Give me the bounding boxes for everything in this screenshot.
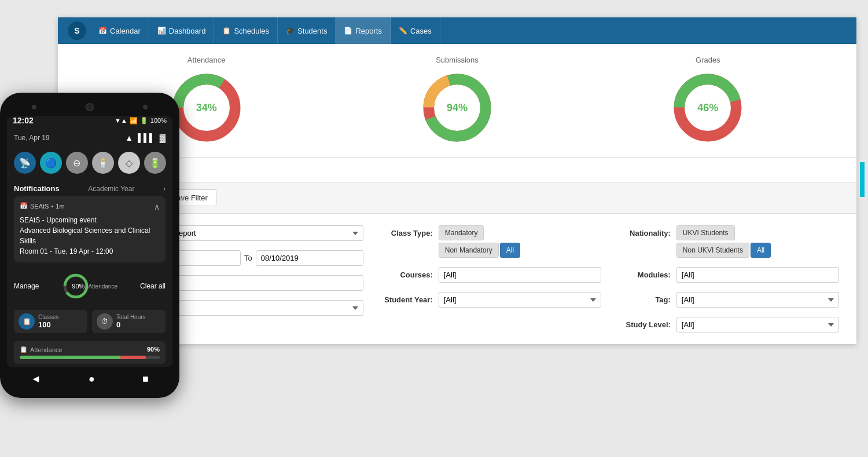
home-button[interactable]: ●: [89, 373, 95, 385]
nationality-label: Nationality:: [619, 225, 671, 237]
phone-stats: 📋 Classes 100 ⏱ Total Hours 0: [7, 305, 172, 338]
recent-button[interactable]: ■: [142, 373, 149, 385]
back-button[interactable]: ◄: [31, 373, 41, 385]
mandatory-button[interactable]: Mandatory: [439, 225, 484, 240]
classes-icon: 📋: [19, 313, 35, 330]
non-ukvi-button[interactable]: Non UKVI Students: [676, 243, 749, 258]
notif-arrow: ›: [163, 185, 165, 193]
nav-item-students[interactable]: 🎓 Students: [278, 17, 336, 44]
nav-items: 📅 Calendar 📊 Dashboard 📋 Schedules 🎓 Stu…: [90, 17, 440, 44]
notification-card: 📅 SEAtS • 1m ∧ SEAtS - Upcoming event Ad…: [14, 196, 165, 262]
quick-icon-power[interactable]: 🔋: [144, 152, 166, 174]
notif-header: Notifications Academic Year ›: [14, 184, 165, 193]
phone-quick-icons: 📡 🔵 ⊖ 🕯️ ◇ 🔋: [7, 146, 172, 180]
notif-collapse[interactable]: ∧: [154, 202, 160, 211]
manage-button[interactable]: Manage: [14, 282, 39, 290]
class-type-all-button[interactable]: All: [500, 243, 520, 258]
modules-input[interactable]: [676, 267, 839, 283]
ukvi-button[interactable]: UKVI Students: [676, 225, 735, 240]
nav-logo: S: [64, 17, 90, 44]
phone-camera-area: [7, 103, 172, 111]
notifications-title: Notifications: [14, 184, 60, 193]
submissions-donut: 94%: [420, 70, 495, 145]
courses-input[interactable]: [439, 267, 601, 283]
nav-item-dashboard[interactable]: 📊 Dashboard: [149, 17, 215, 44]
non-mandatory-button[interactable]: Non Mandatory: [439, 243, 499, 258]
calendar-icon: 📅: [98, 27, 107, 35]
student-year-select[interactable]: [All]: [439, 292, 601, 308]
courses-label: Courses:: [381, 267, 433, 279]
modules-field: Modules:: [619, 267, 839, 283]
camera-main: [86, 103, 94, 111]
class-type-buttons: Mandatory: [439, 225, 520, 240]
signal-symbol: ▌▌▌: [138, 133, 155, 142]
study-level-select[interactable]: [All]: [676, 317, 839, 332]
form-col-3: Nationality: UKVI Students Non UKVI Stud…: [619, 225, 839, 332]
phone-manage-bar: Manage 90% Attendance Clear all: [7, 267, 172, 305]
phone-outer: 12:02 ▼▲ 📶 🔋 100% Tue, Apr 19 ▲ ▌▌▌ ▓: [0, 93, 179, 398]
students-icon: 🎓: [286, 27, 295, 35]
classes-info: Classes 100: [38, 314, 59, 329]
grades-donut: 46%: [670, 70, 745, 145]
class-type-row2: Non Mandatory All: [439, 243, 520, 258]
battery-pct: 100%: [150, 117, 167, 124]
phone-date: Tue, Apr 19: [14, 134, 50, 142]
calendar-notif-icon: 📅: [20, 202, 28, 210]
nationality-all-button[interactable]: All: [751, 243, 771, 258]
quick-icon-brightness[interactable]: 🕯️: [92, 152, 114, 174]
date-to-input[interactable]: [256, 250, 363, 266]
quick-icon-tool[interactable]: ◇: [118, 152, 140, 174]
attendance-pct: 34%: [196, 102, 217, 114]
notif-card-header: 📅 SEAtS • 1m ∧: [20, 202, 160, 211]
notif-body: SEAtS - Upcoming event Advanced Biologic…: [20, 215, 160, 257]
study-level-label: Study Level:: [619, 317, 671, 329]
classes-stat: 📋 Classes 100: [14, 310, 87, 333]
nav-item-dashboard-label: Dashboard: [169, 27, 206, 35]
classes-value: 100: [38, 320, 59, 329]
phone-date-bar: Tue, Apr 19 ▲ ▌▌▌ ▓: [7, 130, 172, 146]
attendance-label-inline: Attendance: [88, 283, 117, 290]
hours-stat: ⏱ Total Hours 0: [92, 310, 165, 333]
student-year-label: Student Year:: [381, 292, 433, 304]
logo-circle: S: [68, 21, 86, 40]
attendance-pct-inline: 90%: [72, 283, 84, 290]
phone-notifications: Notifications Academic Year › 📅 SEAtS • …: [7, 180, 172, 267]
phone-top-bar: 12:02 ▼▲ 📶 🔋 100%: [7, 116, 172, 130]
quick-icon-mute[interactable]: ⊖: [66, 152, 88, 174]
attendance-donut: 34%: [169, 70, 244, 145]
quick-icon-bt[interactable]: 🔵: [40, 152, 62, 174]
signal-icon: 📶: [130, 117, 138, 125]
hours-value: 0: [116, 320, 146, 329]
cyan-accent: [860, 162, 865, 197]
notif-dot: •: [51, 203, 53, 210]
study-level-field: Study Level: [All]: [619, 317, 839, 332]
attendance-inline: 90% Attendance: [61, 272, 117, 301]
stats-row: 📋 Classes 100 ⏱ Total Hours 0: [14, 310, 165, 333]
nav-item-reports-label: Reports: [355, 27, 382, 35]
chart-submissions: Submissions 94%: [420, 56, 495, 145]
phone-screen: 12:02 ▼▲ 📶 🔋 100% Tue, Apr 19 ▲ ▌▌▌ ▓: [7, 116, 172, 367]
phone-time: 12:02: [13, 116, 34, 125]
nationality-group: UKVI Students Non UKVI Students All: [676, 225, 771, 258]
phone-nav-bottom: ◄ ● ■: [7, 367, 172, 387]
nav-item-calendar[interactable]: 📅 Calendar: [90, 17, 149, 44]
notif-source: 📅 SEAtS • 1m: [20, 202, 65, 210]
nav-item-cases[interactable]: ✏️ Cases: [391, 17, 440, 44]
reports-icon: 📄: [344, 27, 352, 35]
cases-icon: ✏️: [399, 27, 407, 35]
nav-item-cases-label: Cases: [410, 27, 432, 35]
schedules-icon: 📋: [222, 27, 231, 35]
tag-select[interactable]: [All]: [676, 292, 839, 308]
chart-attendance: Attendance 34%: [169, 56, 244, 145]
nav-item-schedules-label: Schedules: [234, 27, 269, 35]
nav-item-schedules[interactable]: 📋 Schedules: [214, 17, 278, 44]
quick-icon-wifi[interactable]: 📡: [14, 152, 36, 174]
class-type-field: Class Type: Mandatory Non Mandatory All: [381, 225, 601, 258]
student-year-field: Student Year: [All]: [381, 292, 601, 308]
classes-label: Classes: [38, 314, 59, 320]
hours-icon: ⏱: [97, 313, 113, 330]
date-to-label: To: [244, 254, 252, 262]
nav-item-reports[interactable]: 📄 Reports: [336, 17, 391, 44]
clear-all-button[interactable]: Clear all: [140, 282, 165, 290]
nationality-row1: UKVI Students: [676, 225, 771, 240]
